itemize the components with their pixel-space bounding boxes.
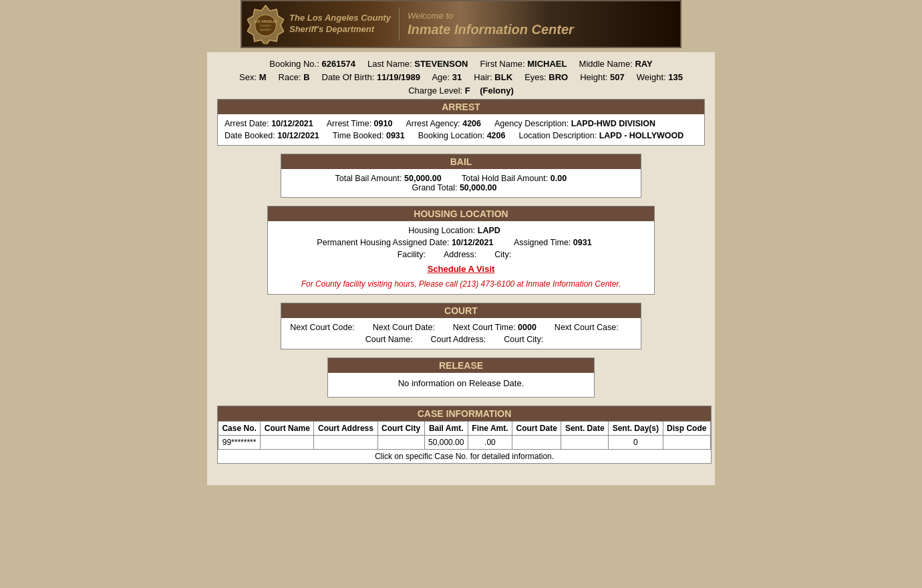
court-address-label: Court Address: (431, 335, 486, 344)
arrest-time-label: Arrest Time: (327, 119, 371, 128)
charge-level-desc: (Felony) (480, 86, 514, 96)
middle-name-value: RAY (635, 59, 652, 69)
sheriff-dept-text: The Los Angeles County Sheriff's Departm… (289, 13, 391, 35)
race-value: B (303, 72, 309, 82)
city-label: City: (494, 250, 511, 259)
last-name-value: STEVENSON (414, 59, 468, 69)
col-court-city: Court City (377, 422, 424, 436)
booking-location-label: Booking Location: (418, 131, 484, 140)
svg-text:COUNTY: COUNTY (260, 24, 271, 27)
case-table: Case No. Court Name Court Address Court … (218, 421, 711, 450)
bail-body: Total Bail Amount: 50,000.00 Total Hold … (281, 169, 641, 197)
inmate-info-row2: Sex: M Race: B Date Of Birth: 11/19/1989… (217, 72, 705, 82)
col-sent-date: Sent. Date (561, 422, 609, 436)
col-disp-code: Disp Code (663, 422, 710, 436)
table-cell: .00 (468, 436, 512, 450)
housing-section: HOUSING LOCATION Housing Location: LAPD … (267, 206, 655, 295)
court-row2: Court Name: Court Address: Court City: (288, 333, 634, 345)
header-divider (399, 7, 400, 41)
table-cell (314, 436, 377, 450)
housing-body: Housing Location: LAPD Permanent Housing… (268, 221, 654, 294)
location-desc-value: LAPD - HOLLYWOOD (599, 131, 684, 140)
table-cell: 50,000.00 (424, 436, 468, 450)
table-cell (377, 436, 424, 450)
col-court-name: Court Name (261, 422, 314, 436)
height-label: Height: (580, 72, 607, 82)
release-no-info: No information on Release Date. (335, 376, 587, 390)
hair-value: BLK (494, 72, 512, 82)
dept-line1: The Los Angeles County (289, 13, 391, 24)
arrest-agency-field: Arrest Agency: 4206 (406, 119, 481, 128)
arrest-row1: Arrest Date: 10/12/2021 Arrest Time: 091… (224, 118, 698, 130)
race-label: Race: (279, 72, 301, 82)
facility-field: Facility: (398, 250, 426, 259)
case-section: CASE INFORMATION Case No. Court Name Cou… (217, 406, 712, 464)
total-hold-value: 0.00 (551, 174, 567, 183)
col-sent-days: Sent. Day(s) (609, 422, 663, 436)
court-section: COURT Next Court Code: Next Court Date: … (281, 303, 641, 349)
sheriff-badge-icon: LOS ANGELES COUNTY SHERIFF (247, 4, 284, 44)
sex-value: M (259, 72, 267, 82)
facility-label: Facility: (398, 250, 426, 259)
release-section: RELEASE No information on Release Date. (327, 357, 595, 398)
arrest-time-value: 0910 (374, 119, 393, 128)
schedule-visit-link[interactable]: Schedule A Visit (275, 264, 647, 274)
arrest-row2: Date Booked: 10/12/2021 Time Booked: 093… (224, 130, 698, 142)
arrest-section: ARREST Arrest Date: 10/12/2021 Arrest Ti… (217, 99, 705, 146)
header-banner: LOS ANGELES COUNTY SHERIFF The Los Angel… (241, 0, 681, 48)
date-booked-label: Date Booked: (224, 131, 275, 140)
eyes-value: BRO (549, 72, 568, 82)
eyes-label: Eyes: (524, 72, 547, 82)
total-bail-label: Total Bail Amount: (335, 174, 402, 183)
hair-label: Hair: (474, 72, 492, 82)
col-case-no: Case No. (218, 422, 261, 436)
case-table-head: Case No. Court Name Court Address Court … (218, 422, 711, 436)
arrest-agency-label: Arrest Agency: (406, 119, 460, 128)
system-name: Inmate Information Center (408, 21, 574, 37)
agency-desc-label: Agency Description: (494, 119, 569, 128)
table-cell (261, 436, 314, 450)
svg-text:SHERIFF: SHERIFF (260, 28, 272, 31)
assigned-time-field: Assigned Time: 0931 (514, 238, 592, 247)
court-body: Next Court Code: Next Court Date: Next C… (281, 318, 641, 349)
court-address-field: Court Address: (431, 335, 486, 344)
agency-desc-value: LAPD-HWD DIVISION (571, 119, 655, 128)
case-table-body: 99********50,000.00.000 (218, 436, 711, 450)
middle-name-label: Middle Name: (579, 59, 633, 69)
arrest-agency-value: 4206 (462, 119, 481, 128)
arrest-header: ARREST (218, 100, 704, 114)
arrest-date-value: 10/12/2021 (271, 119, 313, 128)
table-cell: 99******** (218, 436, 261, 450)
time-booked-field: Time Booked: 0931 (333, 131, 405, 140)
date-booked-value: 10/12/2021 (277, 131, 319, 140)
inmate-info-row3: Charge Level: F (Felony) (217, 86, 705, 96)
housing-row2: Permanent Housing Assigned Date: 10/12/2… (275, 237, 647, 249)
booking-no-label: Booking No.: (269, 59, 319, 69)
table-row[interactable]: 99********50,000.00.000 (218, 436, 711, 450)
court-code-field: Next Court Code: (290, 323, 355, 332)
booking-location-field: Booking Location: 4206 (418, 131, 506, 140)
weight-label: Weight: (637, 72, 666, 82)
court-city-label: Court City: (504, 335, 543, 344)
housing-location-label: Housing Location: (408, 226, 475, 235)
col-fine-amt: Fine Amt. (468, 422, 512, 436)
housing-location-value: LAPD (478, 226, 500, 235)
court-name-label: Court Name: (365, 335, 413, 344)
last-name-label: Last Name: (367, 59, 412, 69)
court-case-label: Next Court Case: (555, 323, 619, 332)
arrest-time-field: Arrest Time: 0910 (327, 119, 393, 128)
table-cell: 0 (609, 436, 663, 450)
table-cell (561, 436, 609, 450)
court-time-label: Next Court Time: (453, 323, 516, 332)
dob-label: Date Of Birth: (322, 72, 375, 82)
grand-total-field: Grand Total: 50,000.00 (412, 183, 497, 192)
perm-assigned-date: 10/12/2021 (452, 238, 494, 247)
dept-line2: Sheriff's Department (289, 24, 391, 35)
first-name-label: First Name: (480, 59, 524, 69)
court-date-field: Next Court Date: (373, 323, 435, 332)
location-desc-label: Location Description: (518, 131, 597, 140)
housing-location-field: Housing Location: LAPD (408, 226, 500, 235)
charge-level-value: F (465, 86, 470, 96)
total-hold-field: Total Hold Bail Amount: 0.00 (462, 174, 567, 183)
court-time-field: Next Court Time: 0000 (453, 323, 536, 332)
